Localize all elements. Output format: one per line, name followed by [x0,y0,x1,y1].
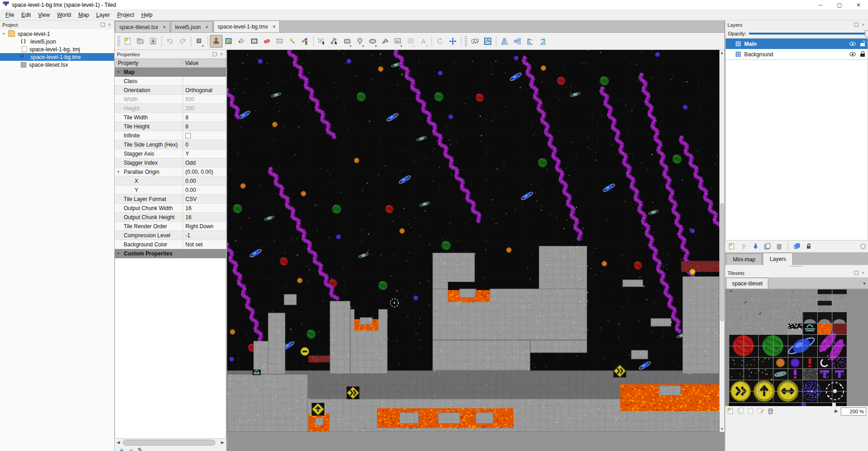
bucket-fill-tool[interactable] [235,35,248,48]
shape-fill-tool[interactable] [248,35,261,48]
eraser-tool[interactable] [261,35,273,48]
open-file-button[interactable] [134,35,147,48]
project-tree-item[interactable]: space-tileset.tsx [0,61,114,69]
float-panel-icon[interactable] [213,52,217,56]
lower-layer-button[interactable] [751,241,761,251]
layer-row[interactable]: Main [726,39,868,49]
rotate-right-button[interactable] [536,35,549,48]
close-button[interactable]: ✕ [849,0,868,10]
property-row[interactable]: Tile Side Length (Hex) 0 [115,140,226,149]
same-tile-select-tool[interactable] [299,35,311,48]
tileset-tab[interactable]: space-tileset [726,278,768,289]
property-value[interactable]: 0.00 [183,176,226,185]
document-tab[interactable]: space-tileset.tsx × [115,21,170,32]
float-panel-icon[interactable] [854,23,858,27]
menu-item[interactable]: File [2,10,18,20]
highlight-layer-button[interactable] [792,241,802,251]
insert-rectangle-tool[interactable]: ▼ [341,35,354,48]
property-value[interactable]: -1 [183,231,226,240]
property-row[interactable]: Stagger Index Odd [115,158,226,167]
menu-item[interactable]: Project [113,10,137,20]
rotate-left-button[interactable] [524,35,536,48]
property-value[interactable]: 200 [183,104,226,113]
property-value[interactable]: 0.00 [183,186,226,194]
document-tab[interactable]: space-level-1-bg.tmx × [213,20,280,32]
menu-item[interactable]: Map [75,10,92,20]
float-panel-icon[interactable] [101,23,105,27]
property-row[interactable]: Y 0.00 [115,186,226,195]
property-row[interactable]: Output Chunk Height 16 [115,213,226,222]
undo-button[interactable] [164,35,176,48]
flip-horizontal-button[interactable] [498,35,511,48]
new-layer-button[interactable] [727,241,737,251]
rotate-tool[interactable] [434,35,446,48]
terrain-brush-tool[interactable] [223,35,235,48]
property-value[interactable]: 0 [183,140,226,149]
project-tree-item[interactable]: space-level-1-bg.tmx [0,53,114,61]
dock-tab[interactable]: Mini-map [726,254,762,265]
save-file-button[interactable] [147,35,160,48]
lock-icon[interactable] [860,54,865,57]
zoom-level-select[interactable]: 200 % [841,407,866,416]
lock-icon[interactable] [860,43,865,46]
tab-close-icon[interactable]: × [163,24,166,30]
menu-item[interactable]: Help [138,10,156,20]
scroll-right-icon[interactable]: ▶ [834,407,838,413]
property-value[interactable]: Orthogonal [183,86,226,94]
add-property-button[interactable]: ＋ [118,446,125,451]
random-mode-button[interactable] [469,35,481,48]
project-tree-item[interactable]: ▾ space-level-1 [0,30,114,38]
close-panel-icon[interactable]: × [219,52,224,57]
edit-polygons-tool[interactable] [328,35,341,48]
project-tree-item[interactable]: space-level-1-bg..tmj [0,45,114,53]
insert-tile-tool[interactable]: ▼ [392,35,404,48]
expand-arrow-icon[interactable]: ▾ [115,170,122,174]
property-row[interactable]: Stagger Axis Y [115,149,226,158]
menu-item[interactable]: World [53,10,75,20]
remove-property-button[interactable]: − [129,446,133,451]
property-row[interactable]: ▾ Parallax Origin (0.00, 0.00) [115,167,226,176]
property-row[interactable]: Output Chunk Width 16 [115,204,226,213]
map-v-scrollbar[interactable]: ▲ ▼ [719,50,724,432]
close-panel-icon[interactable]: × [107,22,112,27]
property-value[interactable]: 8 [183,122,226,131]
property-value[interactable]: Odd [183,158,226,167]
pan-tool[interactable] [446,35,459,48]
magic-wand-tool[interactable] [286,35,299,48]
map-canvas[interactable] [227,50,719,432]
property-row[interactable]: Height 200 [115,104,226,113]
property-value[interactable]: Right Down [183,222,226,230]
insert-template-tool[interactable]: ▼ [404,35,417,48]
property-value[interactable] [183,77,226,85]
scroll-right-icon[interactable]: ▶ [219,439,226,446]
redo-button[interactable] [176,35,189,48]
minimize-button[interactable]: ─ [811,0,830,10]
new-tileset-button[interactable] [727,407,734,416]
stamp-brush-tool[interactable] [210,35,223,48]
property-row[interactable]: Background Color Not set [115,240,226,249]
property-value[interactable] [183,68,226,76]
scrollbar-thumb[interactable] [123,440,215,446]
menu-item[interactable]: Edit [18,10,34,20]
project-tree-item[interactable]: level5.json [0,38,114,45]
property-value[interactable] [183,131,226,140]
raise-layer-button[interactable] [739,241,749,251]
tileset-dropdown-icon[interactable]: ▼ [861,281,868,289]
select-objects-tool[interactable] [315,35,328,48]
rectangular-select-tool[interactable] [273,35,286,48]
property-row[interactable]: Tile Render Order Right Down [115,222,226,231]
insert-text-tool[interactable]: A▼ [417,35,430,48]
menu-item[interactable]: View [34,10,53,20]
highlight-current-layer-icon[interactable] [858,241,868,251]
property-row[interactable]: Compression Level -1 [115,231,226,240]
layer-row[interactable]: Background [726,49,868,59]
property-row[interactable]: Class [115,77,226,86]
insert-ellipse-tool[interactable]: ▼ [366,35,379,48]
tab-close-icon[interactable]: × [205,24,209,30]
dock-splitter[interactable]: •••••• [725,265,868,269]
delete-layer-button[interactable] [774,241,784,251]
property-row[interactable]: X 0.00 [115,176,226,186]
property-value[interactable]: CSV [183,195,226,203]
stamp-variations-dropdown[interactable]: ▼ [193,35,206,48]
menu-item[interactable]: Layer [92,10,113,20]
